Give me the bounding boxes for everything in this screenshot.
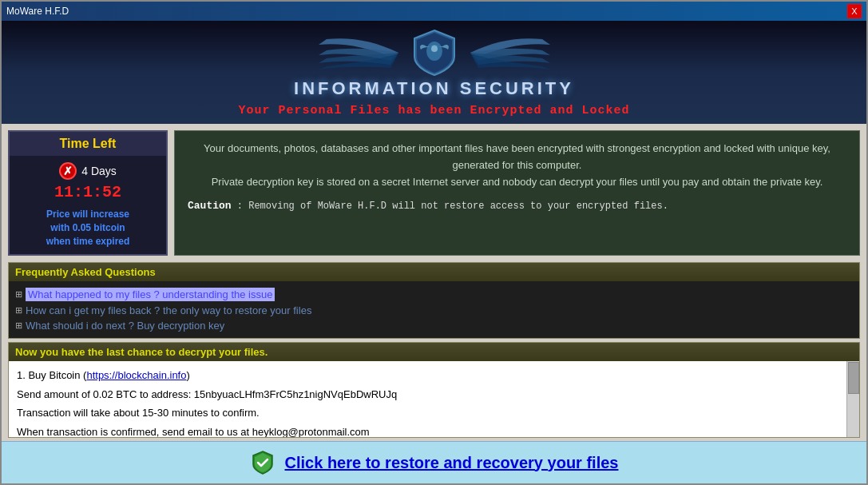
instruction-step-1: 1. Buy Bitcoin (https://blockchain.info) [17,368,851,384]
faq-link-2[interactable]: How can i get my files back ? the only w… [26,304,311,316]
timer-warning: Price will increase with 0.05 bitcoin wh… [13,208,163,248]
timer-body: ✗ 4 Days 11:1:52 Price will increase wit… [10,156,166,254]
faq-expand-2[interactable]: ⊞ [15,305,22,316]
faq-item-3[interactable]: ⊞ What should i do next ? Buy decryption… [15,318,853,333]
close-button[interactable]: X [847,4,862,18]
timer-header: Time Left [10,132,166,156]
caution-text: Caution : Removing of MoWare H.F.D will … [188,198,846,215]
faq-link-3[interactable]: What should i do next ? Buy decryption k… [26,320,224,332]
main-content: INFORMATION SECURITY Your Personal Files… [2,21,866,483]
instructions-section: Now you have the last chance to decrypt … [8,342,860,438]
right-wing-icon [462,33,558,73]
title-bar: MoWare H.F.D X [2,2,866,21]
main-window: MoWare H.F.D X [0,0,868,485]
instructions-header: Now you have the last chance to decrypt … [9,343,859,361]
logo-container [2,29,866,77]
scrollbar-thumb[interactable] [848,362,859,394]
faq-link-1[interactable]: What happened to my files ? understandin… [26,288,275,301]
faq-item-1[interactable]: ⊞ What happened to my files ? understand… [15,286,853,303]
scrollbar[interactable] [846,361,859,437]
body-area: Time Left ✗ 4 Days 11:1:52 Price will in… [2,124,866,483]
blockchain-link[interactable]: https://blockchain.info [86,369,186,381]
faq-section: Frequently Asked Questions ⊞ What happen… [8,262,860,339]
error-icon: ✗ [59,162,77,180]
faq-header: Frequently Asked Questions [9,263,859,281]
header-area: INFORMATION SECURITY Your Personal Files… [2,21,866,124]
header-title: INFORMATION SECURITY [2,78,866,99]
left-wing-icon [311,33,406,73]
description-text: Your documents, photos, databases and ot… [188,141,846,190]
timer-countdown: 11:1:52 [13,183,163,201]
faq-expand-1[interactable]: ⊞ [15,289,22,300]
faq-expand-3[interactable]: ⊞ [15,320,22,331]
instructions-body: 1. Buy Bitcoin (https://blockchain.info)… [9,361,859,437]
instruction-step-3: Transaction will take about 15-30 minute… [17,405,851,421]
green-shield-icon [250,450,275,475]
faq-body: ⊞ What happened to my files ? understand… [9,281,859,338]
faq-item-2[interactable]: ⊞ How can i get my files back ? the only… [15,303,853,318]
timer-days: ✗ 4 Days [13,162,163,180]
instruction-step-2: Send amount of 0.02 BTC to address: 15nb… [17,387,851,403]
center-shield-icon [406,29,462,77]
description-box: Your documents, photos, databases and ot… [174,130,860,256]
restore-button[interactable]: Click here to restore and recovery your … [285,454,619,472]
svg-point-1 [431,46,438,52]
warning-text: Your Personal Files has been Encrypted a… [2,104,866,117]
window-title: MoWare H.F.D [6,6,69,17]
instruction-step-4: When transaction is confirmed, send emai… [17,424,851,437]
top-section: Time Left ✗ 4 Days 11:1:52 Price will in… [2,124,866,262]
timer-box: Time Left ✗ 4 Days 11:1:52 Price will in… [8,130,168,256]
bottom-button-area: Click here to restore and recovery your … [2,441,866,483]
